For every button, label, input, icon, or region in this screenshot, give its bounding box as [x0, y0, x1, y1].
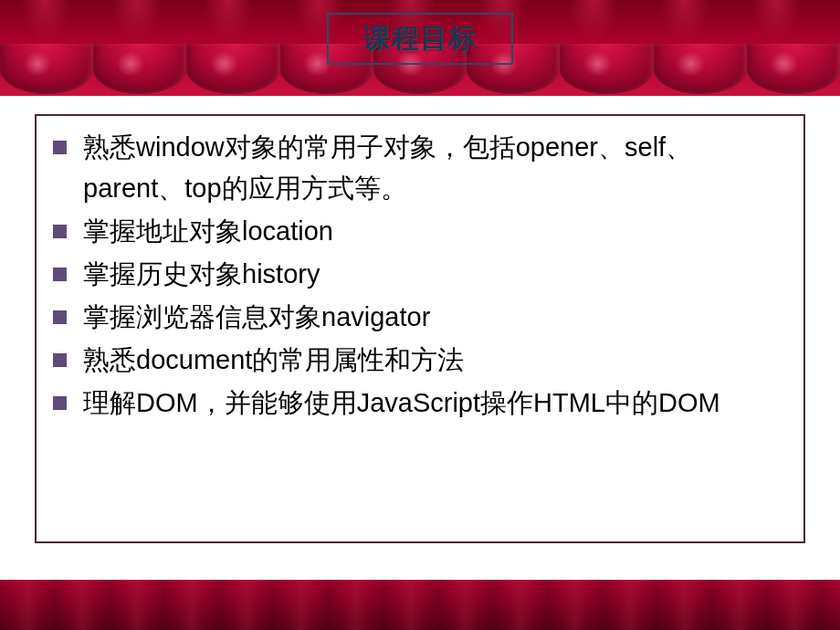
bullet-text: 熟悉window对象的常用子对象，包括opener、self、parent、to… [83, 127, 787, 209]
slide-container: 课程目标 熟悉window对象的常用子对象，包括opener、self、pare… [0, 0, 840, 630]
bullet-icon [53, 310, 67, 324]
bullet-text: 掌握浏览器信息对象navigator [83, 297, 787, 338]
bullet-text: 理解DOM，并能够使用JavaScript操作HTML中的DOM [83, 383, 787, 424]
list-item: 熟悉document的常用属性和方法 [53, 340, 787, 381]
title-box: 课程目标 [327, 13, 513, 65]
list-item: 掌握地址对象location [53, 211, 787, 252]
list-item: 掌握历史对象history [53, 254, 787, 295]
content-box: 熟悉window对象的常用子对象，包括opener、self、parent、to… [35, 114, 805, 543]
list-item: 理解DOM，并能够使用JavaScript操作HTML中的DOM [53, 383, 787, 424]
bullet-icon [53, 396, 67, 410]
bullet-icon [53, 353, 67, 367]
curtain-footer [0, 580, 840, 630]
bullet-icon [53, 141, 67, 154]
bullet-icon [53, 225, 67, 238]
bullet-text: 熟悉document的常用属性和方法 [83, 340, 787, 381]
bullet-icon [53, 268, 67, 281]
slide-title: 课程目标 [363, 20, 477, 58]
list-item: 熟悉window对象的常用子对象，包括opener、self、parent、to… [53, 127, 787, 209]
curtain-header: 课程目标 [0, 0, 840, 96]
bullet-text: 掌握历史对象history [83, 254, 787, 295]
bullet-list: 熟悉window对象的常用子对象，包括opener、self、parent、to… [53, 127, 787, 424]
bullet-text: 掌握地址对象location [83, 211, 787, 252]
list-item: 掌握浏览器信息对象navigator [53, 297, 787, 338]
